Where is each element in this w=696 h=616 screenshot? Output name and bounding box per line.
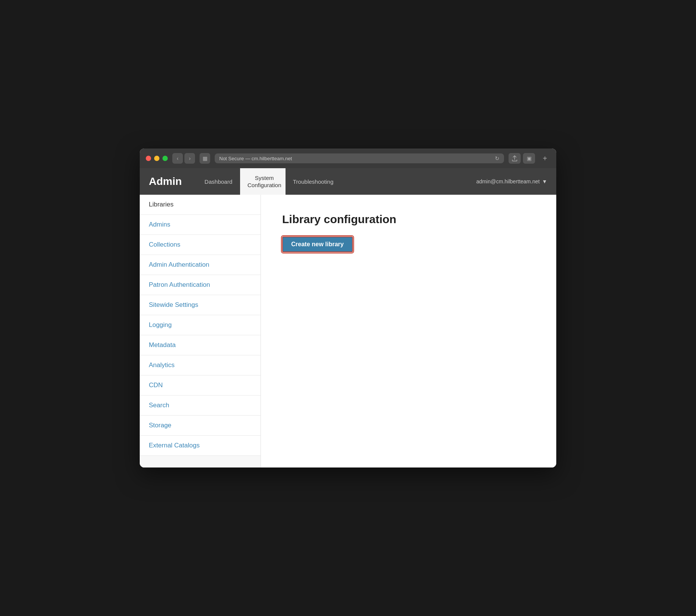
sidebar-item-cdn[interactable]: CDN: [140, 375, 261, 396]
app-body: Libraries Admins Collections Admin Authe…: [140, 195, 556, 467]
sidebar-item-search[interactable]: Search: [140, 396, 261, 416]
sidebar-item-logging[interactable]: Logging: [140, 315, 261, 335]
sidebar-item-analytics[interactable]: Analytics: [140, 355, 261, 375]
sidebar-item-admins[interactable]: Admins: [140, 215, 261, 235]
sidebar-item-metadata[interactable]: Metadata: [140, 335, 261, 355]
forward-button[interactable]: ›: [184, 153, 195, 164]
nav-buttons: ‹ ›: [172, 153, 195, 164]
minimize-button[interactable]: [154, 156, 159, 161]
header-nav: Dashboard System Configuration Troublesh…: [197, 168, 476, 195]
new-window-button[interactable]: ▣: [523, 153, 535, 164]
sidebar-item-admin-authentication[interactable]: Admin Authentication: [140, 255, 261, 275]
url-text: Not Secure — cm.hilbertteam.net: [219, 156, 292, 161]
sidebar-item-patron-authentication[interactable]: Patron Authentication: [140, 275, 261, 295]
app-header: Admin Dashboard System Configuration Tro…: [140, 168, 556, 195]
browser-chrome: ‹ › ▦ Not Secure — cm.hilbertteam.net ↻ …: [140, 149, 556, 168]
browser-actions: ▣: [509, 153, 535, 164]
back-button[interactable]: ‹: [172, 153, 183, 164]
nav-dashboard[interactable]: Dashboard: [197, 168, 240, 195]
sidebar-item-collections[interactable]: Collections: [140, 235, 261, 255]
close-button[interactable]: [146, 156, 151, 161]
sidebar-item-external-catalogs[interactable]: External Catalogs: [140, 436, 261, 456]
sidebar-toggle-button[interactable]: ▦: [200, 153, 210, 164]
share-button[interactable]: [509, 153, 521, 164]
sidebar-item-storage[interactable]: Storage: [140, 416, 261, 436]
sidebar-item-libraries[interactable]: Libraries: [140, 195, 261, 215]
maximize-button[interactable]: [162, 156, 168, 161]
page-title: Library configuration: [282, 213, 535, 226]
chevron-down-icon: ▼: [542, 178, 547, 184]
app-title: Admin: [149, 175, 182, 188]
create-new-library-button[interactable]: Create new library: [282, 236, 353, 252]
browser-window: ‹ › ▦ Not Secure — cm.hilbertteam.net ↻ …: [140, 149, 556, 467]
user-menu[interactable]: admin@cm.hilbertteam.net ▼: [476, 178, 547, 184]
nav-troubleshooting[interactable]: Troubleshooting: [286, 168, 341, 195]
sidebar-item-sitewide-settings[interactable]: Sitewide Settings: [140, 295, 261, 315]
user-email: admin@cm.hilbertteam.net: [476, 178, 540, 184]
new-tab-button[interactable]: +: [540, 153, 550, 164]
main-content: Library configuration Create new library: [261, 195, 556, 467]
nav-system-configuration[interactable]: System Configuration: [240, 168, 286, 195]
reload-button[interactable]: ↻: [495, 155, 499, 161]
traffic-lights: [146, 156, 168, 161]
sidebar: Libraries Admins Collections Admin Authe…: [140, 195, 261, 467]
url-bar[interactable]: Not Secure — cm.hilbertteam.net ↻: [215, 153, 504, 163]
